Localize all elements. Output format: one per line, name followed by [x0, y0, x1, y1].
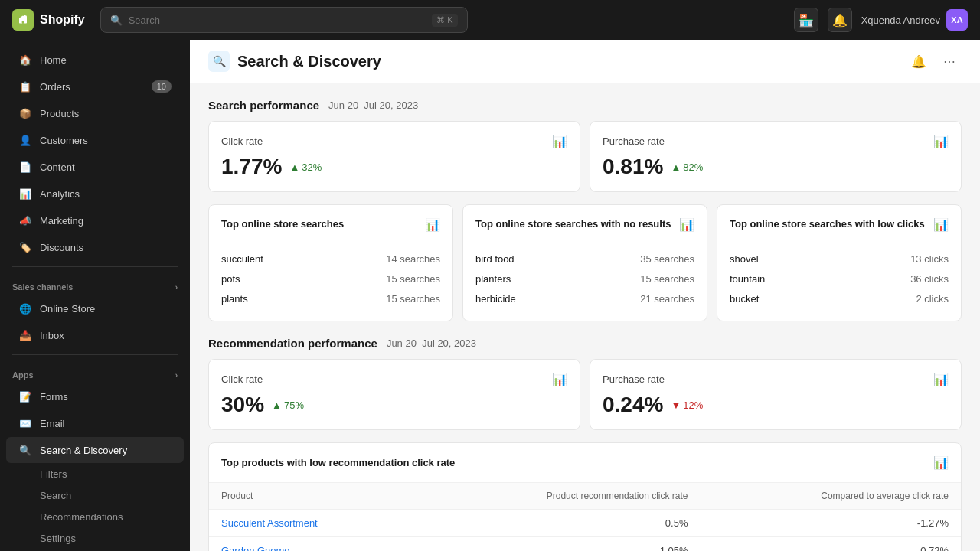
- top-searches-list: succulent 14 searches pots 15 searches p…: [221, 249, 440, 308]
- global-search-input[interactable]: [129, 15, 426, 26]
- search-count-2: 15 searches: [386, 273, 440, 285]
- avatar: XA: [946, 9, 968, 31]
- search-shortcut: ⌘ K: [432, 14, 457, 27]
- purchase-rate-arrow: ▲: [671, 161, 681, 173]
- sidebar-item-analytics[interactable]: 📊 Analytics: [6, 181, 184, 207]
- click-rate-card: Click rate 📊 1.77% ▲ 32%: [208, 121, 580, 192]
- sidebar-item-customers[interactable]: 👤 Customers: [6, 127, 184, 153]
- notifications-btn[interactable]: 🔔: [828, 8, 852, 32]
- rec-click-chart-icon[interactable]: 📊: [552, 372, 567, 386]
- apps-chevron: ›: [175, 371, 178, 380]
- sidebar-email-label: Email: [40, 418, 65, 429]
- product-click-rate-cell: 1.05%: [416, 537, 700, 551]
- low-click-count-2: 36 clicks: [910, 273, 949, 285]
- sidebar-item-home[interactable]: 🏠 Home: [6, 47, 184, 73]
- click-rate-change: ▲ 32%: [289, 161, 322, 173]
- no-result-count-3: 21 searches: [640, 293, 694, 305]
- sidebar-customers-label: Customers: [40, 135, 88, 146]
- apps-section[interactable]: Apps ›: [0, 361, 190, 383]
- sidebar: 🏠 Home 📋 Orders 10 📦 Products 👤 Customer…: [0, 40, 190, 551]
- logo-text: Shopify: [40, 13, 85, 27]
- sidebar-sub-search-label: Search: [40, 490, 71, 501]
- sidebar-sub-recommendations[interactable]: Recommendations: [6, 507, 184, 527]
- list-item: planters 15 searches: [475, 269, 694, 289]
- sidebar-analytics-label: Analytics: [40, 188, 80, 200]
- rec-click-rate-change: ▲ 75%: [272, 399, 304, 411]
- purchase-rate-chart-icon[interactable]: 📊: [933, 134, 949, 148]
- top-searches-chart-icon[interactable]: 📊: [425, 217, 440, 232]
- low-clicks-title: Top online store searches with low click…: [730, 217, 925, 231]
- sidebar-discounts-label: Discounts: [40, 242, 83, 253]
- low-click-term-2: fountain: [730, 273, 765, 285]
- low-click-count-1: 13 clicks: [910, 253, 949, 265]
- rec-metric-cards: Click rate 📊 30% ▲ 75%: [208, 359, 962, 430]
- low-click-count-3: 2 clicks: [916, 293, 949, 305]
- sidebar-item-online-store[interactable]: 🌐 Online Store: [6, 295, 184, 321]
- discounts-icon: 🏷️: [18, 240, 32, 254]
- sidebar-sub-settings[interactable]: Settings: [6, 528, 184, 549]
- user-info[interactable]: Xquenda Andreev XA: [861, 9, 968, 31]
- click-rate-chart-icon[interactable]: 📊: [552, 134, 567, 148]
- no-result-term-1: bird food: [475, 253, 514, 265]
- click-rate-number: 1.77%: [221, 155, 282, 179]
- global-search-bar[interactable]: 🔍 ⌘ K: [100, 7, 468, 33]
- content-icon: 📄: [18, 160, 32, 174]
- notification-btn[interactable]: 🔔: [906, 49, 931, 73]
- top-navigation: Shopify 🔍 ⌘ K 🏪 🔔 Xquenda Andreev XA: [0, 0, 980, 40]
- no-result-count-2: 15 searches: [640, 273, 694, 285]
- page-header-icon: 🔍: [208, 51, 230, 72]
- list-item: succulent 14 searches: [221, 249, 440, 269]
- sidebar-search-discovery-label: Search & Discovery: [40, 445, 127, 456]
- purchase-rate-value: 0.81% ▲ 82%: [603, 155, 949, 179]
- sidebar-home-label: Home: [40, 54, 67, 66]
- sidebar-item-products[interactable]: 📦 Products: [6, 100, 184, 126]
- sidebar-item-forms[interactable]: 📝 Forms: [6, 383, 184, 409]
- rec-purchase-change-value: 12%: [683, 399, 703, 411]
- store-icon-btn[interactable]: 🏪: [794, 8, 818, 32]
- low-clicks-chart-icon[interactable]: 📊: [933, 217, 949, 232]
- products-icon: 📦: [18, 106, 32, 120]
- product-click-rate-cell: 0.5%: [416, 510, 700, 537]
- orders-icon: 📋: [18, 80, 32, 93]
- sidebar-item-content[interactable]: 📄 Content: [6, 154, 184, 180]
- click-rate-value: 1.77% ▲ 32%: [221, 155, 567, 179]
- online-store-icon: 🌐: [18, 302, 32, 315]
- product-link[interactable]: Succulent Assortment: [221, 517, 318, 529]
- shopify-logo[interactable]: Shopify: [12, 9, 85, 31]
- sidebar-item-inbox[interactable]: 📥 Inbox: [6, 322, 184, 348]
- rec-purchase-chart-icon[interactable]: 📊: [933, 372, 949, 386]
- col-product: Product: [209, 483, 416, 510]
- sidebar-item-email[interactable]: ✉️ Email: [6, 410, 184, 436]
- rec-click-rate-label: Click rate: [221, 373, 263, 385]
- sidebar-sub-filters[interactable]: Filters: [6, 464, 184, 484]
- marketing-icon: 📣: [18, 214, 32, 227]
- no-results-title: Top online store searches with no result…: [475, 217, 671, 231]
- low-click-term-3: bucket: [730, 293, 759, 305]
- top-searches-header: Top online store searches 📊: [221, 217, 440, 240]
- sidebar-item-search-discovery[interactable]: 🔍 Search & Discovery: [6, 437, 184, 463]
- orders-badge: 10: [152, 80, 172, 93]
- list-item: bird food 35 searches: [475, 249, 694, 269]
- sidebar-item-orders[interactable]: 📋 Orders 10: [6, 73, 184, 99]
- sales-channels-section[interactable]: Sales channels ›: [0, 273, 190, 295]
- rec-click-arrow: ▲: [272, 399, 282, 411]
- no-results-chart-icon[interactable]: 📊: [679, 217, 694, 232]
- product-vs-avg-cell: -1.27%: [701, 510, 962, 537]
- search-discovery-icon: 🔍: [18, 443, 32, 457]
- page-header-actions: 🔔 ⋯: [906, 49, 962, 73]
- purchase-rate-number: 0.81%: [603, 155, 663, 179]
- search-term-1: succulent: [221, 253, 263, 265]
- apps-label: Apps: [12, 370, 34, 380]
- sidebar-sub-search[interactable]: Search: [6, 485, 184, 506]
- no-result-term-3: herbicide: [475, 293, 516, 305]
- sidebar-item-discounts[interactable]: 🏷️ Discounts: [6, 234, 184, 260]
- products-chart-icon[interactable]: 📊: [933, 455, 949, 470]
- no-result-term-2: planters: [475, 273, 511, 285]
- purchase-rate-change: ▲ 82%: [671, 161, 703, 173]
- sidebar-item-marketing[interactable]: 📣 Marketing: [6, 207, 184, 233]
- product-link[interactable]: Garden Gnome: [221, 545, 290, 551]
- rec-purchase-rate-value: 0.24% ▼ 12%: [603, 393, 949, 417]
- list-item: fountain 36 clicks: [730, 269, 949, 289]
- product-name-cell: Succulent Assortment: [209, 510, 416, 537]
- more-options-btn[interactable]: ⋯: [937, 49, 962, 73]
